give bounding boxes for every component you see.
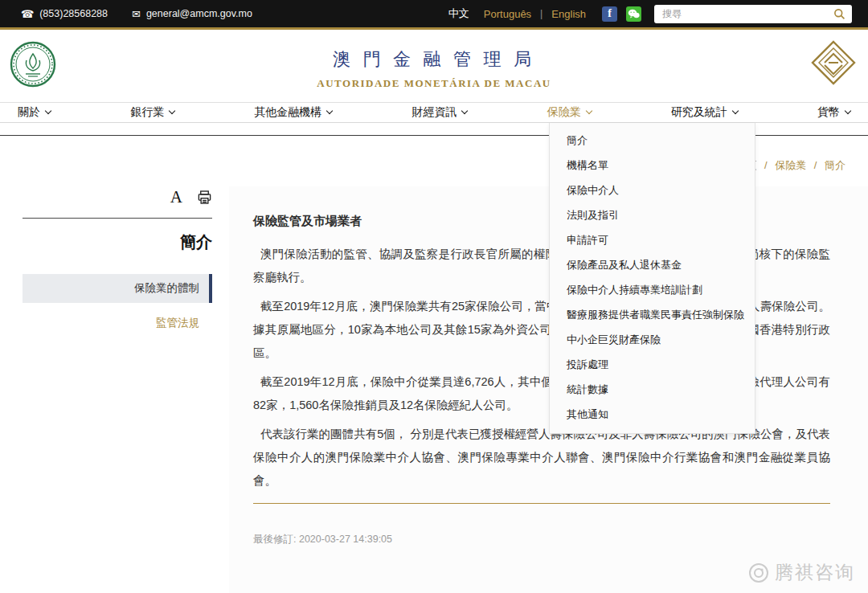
sidebar-heading: 簡介 <box>23 231 212 253</box>
nav-item-research-statistics[interactable]: 研究及統計 <box>671 105 738 120</box>
nav-item-currency[interactable]: 貨幣 <box>817 105 850 120</box>
breadcrumb-insurance[interactable]: 保險業 <box>775 159 806 171</box>
content-divider <box>253 503 830 504</box>
sidebar-tools: A <box>23 189 212 206</box>
nav-item-banking[interactable]: 銀行業 <box>130 105 174 120</box>
breadcrumb-current: 簡介 <box>825 159 845 171</box>
phone-number: (853)28568288 <box>39 8 108 19</box>
chevron-down-icon <box>461 108 468 114</box>
nav-item-other-financial-institutions[interactable]: 其他金融機構 <box>254 105 332 120</box>
amcm-logo <box>810 39 857 89</box>
dropdown-item-products-pension-funds[interactable]: 保險產品及私人退休基金 <box>550 252 755 277</box>
last-modified-text: 最後修訂: 2020-03-27 14:39:05 <box>253 533 830 546</box>
printer-icon <box>197 190 212 205</box>
nav-item-financial-information[interactable]: 財經資訊 <box>411 105 467 120</box>
site-title-portuguese: AUTORIDADE MONETÁRIA DE MACAU <box>0 77 868 90</box>
watermark: 腾祺咨询 <box>748 560 855 585</box>
nav-label: 研究及統計 <box>671 105 727 120</box>
watermark-camera-icon <box>748 562 769 583</box>
sidebar-divider <box>23 218 212 219</box>
email-address[interactable]: general@amcm.gov.mo <box>146 8 252 19</box>
breadcrumb-separator: / <box>814 159 817 171</box>
search-icon <box>833 8 845 20</box>
main-nav: 關於 銀行業 其他金融機構 財經資訊 保險業 研究及統計 貨幣 <box>0 102 868 123</box>
phone-icon: ☎ <box>21 9 34 19</box>
nav-label: 關於 <box>18 105 40 120</box>
dropdown-item-introduction[interactable]: 簡介 <box>550 128 755 153</box>
chevron-down-icon <box>585 108 592 114</box>
language-link-portuguese[interactable]: Português <box>484 8 531 20</box>
nav-label: 財經資訊 <box>411 105 457 120</box>
insurance-dropdown-menu: 簡介 機構名單 保險中介人 法則及指引 申請許可 保險產品及私人退休基金 保險中… <box>549 123 755 434</box>
phone-contact: ☎ (853)28568288 <box>21 8 108 19</box>
dropdown-item-institution-list[interactable]: 機構名單 <box>550 153 755 178</box>
nav-label: 保險業 <box>547 105 581 120</box>
dropdown-item-complaints[interactable]: 投訴處理 <box>550 352 755 377</box>
sidebar-item-insurance-system[interactable]: 保險業的體制 <box>23 274 212 303</box>
breadcrumb-separator: / <box>764 159 768 171</box>
chevron-down-icon <box>732 108 739 114</box>
email-contact[interactable]: ✉ general@amcm.gov.mo <box>132 8 252 19</box>
site-title-chinese: 澳 門 金 融 管 理 局 <box>0 47 868 72</box>
chevron-down-icon <box>326 108 333 114</box>
chevron-down-icon <box>845 108 851 114</box>
search-box <box>654 5 852 23</box>
topbar-right: 中文 Português | English f <box>441 5 852 23</box>
watermark-text: 腾祺咨询 <box>775 560 855 585</box>
dropdown-item-insurance-intermediaries[interactable]: 保險中介人 <box>550 178 755 202</box>
dropdown-item-rules-guidelines[interactable]: 法則及指引 <box>550 202 755 227</box>
search-input[interactable] <box>654 8 826 19</box>
dropdown-item-application-license[interactable]: 申請許可 <box>550 227 755 252</box>
dropdown-item-statistics[interactable]: 統計數據 <box>550 377 755 402</box>
wechat-bubbles-icon <box>628 9 640 19</box>
sidebar-item-regulations[interactable]: 監管法規 <box>23 316 209 330</box>
search-button[interactable] <box>826 5 852 23</box>
top-bar: ☎ (853)28568288 ✉ general@amcm.gov.mo 中文… <box>0 0 868 27</box>
font-size-icon[interactable]: A <box>170 189 182 206</box>
envelope-icon: ✉ <box>132 9 141 19</box>
masthead: 澳 門 金 融 管 理 局 AUTORIDADE MONETÁRIA DE MA… <box>0 30 868 102</box>
dropdown-item-cpd-program[interactable]: 保險中介人持續專業培訓計劃 <box>550 277 755 302</box>
dropdown-item-sme-catastrophe-insurance[interactable]: 中小企巨災財產保險 <box>550 327 755 352</box>
wechat-icon[interactable] <box>626 6 641 22</box>
language-link-english[interactable]: English <box>551 8 586 20</box>
nav-item-about[interactable]: 關於 <box>18 105 51 120</box>
nav-label: 其他金融機構 <box>254 105 321 120</box>
dropdown-item-medical-liability-insurance[interactable]: 醫療服務提供者職業民事責任強制保險 <box>550 302 755 327</box>
chevron-down-icon <box>45 108 51 114</box>
nav-label: 貨幣 <box>817 105 840 120</box>
page: ☎ (853)28568288 ✉ general@amcm.gov.mo 中文… <box>0 0 868 593</box>
print-button[interactable] <box>197 190 212 205</box>
facebook-icon[interactable]: f <box>602 6 617 22</box>
chevron-down-icon <box>169 108 175 114</box>
dropdown-item-other-notices[interactable]: 其他通知 <box>550 402 755 427</box>
nav-label: 銀行業 <box>130 105 164 120</box>
language-link-chinese[interactable]: 中文 <box>448 6 469 21</box>
nav-item-insurance[interactable]: 保險業 <box>547 105 592 120</box>
site-title: 澳 門 金 融 管 理 局 AUTORIDADE MONETÁRIA DE MA… <box>0 47 868 90</box>
language-separator: | <box>540 8 542 19</box>
